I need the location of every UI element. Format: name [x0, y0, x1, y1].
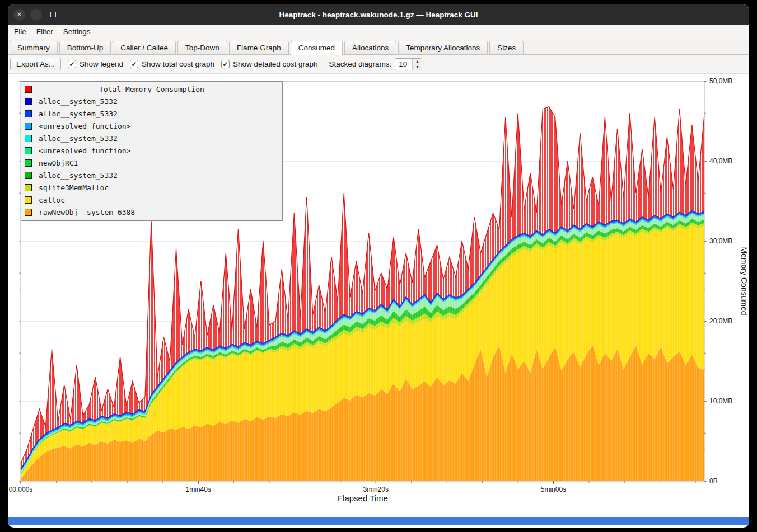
legend-title: Total Memory Consumption — [99, 85, 204, 93]
svg-text:40,0MB: 40,0MB — [709, 157, 732, 165]
legend-label: calloc — [39, 196, 65, 204]
legend-label: <unresolved function> — [39, 147, 130, 155]
app-window: ✕– Heaptrack - heaptrack.wakunode.1.gz —… — [8, 4, 749, 528]
minimize-icon: – — [34, 11, 38, 18]
toolbar-checkboxes: ✓Show legend✓Show total cost graph✓Show … — [68, 60, 318, 68]
legend-swatch — [25, 184, 32, 191]
svg-text:00.000s: 00.000s — [9, 486, 33, 492]
svg-text:Memory Consumed: Memory Consumed — [740, 247, 749, 315]
menu-item-settings[interactable]: Settings — [58, 25, 96, 39]
legend-item: newObjRC1 — [21, 157, 282, 169]
close-button[interactable]: ✕ — [13, 9, 25, 21]
legend-label: alloc__system_5332 — [39, 97, 118, 106]
maximize-icon — [50, 12, 56, 17]
legend-item: alloc__system_5332 — [21, 107, 282, 120]
tab-summary[interactable]: Summary — [10, 41, 58, 54]
checkbox-show-legend[interactable]: ✓Show legend — [68, 60, 123, 68]
checkbox-icon[interactable]: ✓ — [68, 60, 76, 68]
toolbar: Export As... ✓Show legend✓Show total cos… — [8, 55, 749, 74]
tab-consumed[interactable]: Consumed — [291, 41, 343, 55]
close-icon: ✕ — [16, 11, 22, 18]
legend-swatch — [25, 135, 32, 142]
checkbox-show-detailed-cost-graph[interactable]: ✓Show detailed cost graph — [221, 60, 318, 68]
legend-label: alloc__system_5332 — [39, 110, 118, 118]
legend-label: alloc__system_5332 — [39, 171, 118, 180]
legend-swatch — [25, 98, 32, 105]
checkbox-icon[interactable]: ✓ — [221, 60, 230, 68]
maximize-button[interactable] — [47, 9, 59, 21]
legend-item: alloc__system_5332 — [21, 169, 282, 181]
legend-label: newObjRC1 — [39, 159, 78, 167]
spin-down-button[interactable]: ▼ — [413, 64, 422, 70]
legend-swatch — [25, 123, 32, 130]
legend-label: sqlite3MemMalloc — [39, 183, 109, 192]
tab-allocations[interactable]: Allocations — [344, 41, 396, 54]
tab-temporary-allocations[interactable]: Temporary Allocations — [398, 41, 488, 54]
arrow-down-icon: ▼ — [415, 65, 419, 69]
legend-title-row: Total Memory Consumption — [21, 83, 282, 95]
arrow-up-icon: ▲ — [415, 59, 419, 63]
checkbox-show-total-cost-graph[interactable]: ✓Show total cost graph — [130, 60, 214, 68]
svg-text:10,0MB: 10,0MB — [709, 397, 732, 405]
titlebar: ✕– Heaptrack - heaptrack.wakunode.1.gz —… — [8, 4, 749, 25]
menu-item-filter[interactable]: Filter — [31, 25, 58, 39]
chart-legend: Total Memory Consumptionalloc__system_53… — [21, 81, 283, 221]
tab-bar: SummaryBottom-UpCaller / CalleeTop-DownF… — [8, 39, 749, 55]
export-as-button[interactable]: Export As... — [10, 58, 61, 70]
elapsed-time-label: Elapsed Time — [21, 492, 704, 503]
tab-caller-callee[interactable]: Caller / Callee — [113, 41, 176, 54]
legend-item: rawNewObj__system_6388 — [21, 206, 282, 218]
legend-item: <unresolved function> — [21, 144, 282, 157]
legend-swatch — [25, 172, 32, 179]
legend-item: <unresolved function> — [21, 120, 282, 132]
svg-text:30,0MB: 30,0MB — [709, 237, 732, 245]
svg-text:5min00s: 5min00s — [541, 486, 566, 492]
minimize-button[interactable]: – — [30, 9, 42, 21]
checkbox-icon[interactable]: ✓ — [130, 60, 138, 68]
checkbox-label: Show legend — [80, 60, 123, 68]
legend-label: alloc__system_5332 — [39, 134, 118, 143]
checkbox-label: Show detailed cost graph — [233, 60, 318, 68]
legend-total-swatch — [25, 86, 32, 93]
chart-area: 0B10,0MB20,0MB30,0MB40,0MB50,0MB00.000s1… — [8, 74, 749, 492]
svg-text:0B: 0B — [709, 477, 718, 485]
tab-bottom-up[interactable]: Bottom-Up — [59, 41, 111, 54]
legend-item: calloc — [21, 194, 282, 206]
legend-label: <unresolved function> — [39, 122, 130, 130]
spin-up-button[interactable]: ▲ — [413, 59, 422, 65]
legend-swatch — [25, 159, 32, 167]
window-controls: ✕– — [13, 4, 59, 25]
stacked-diagrams-spinbox[interactable]: 10 ▲ ▼ — [395, 58, 422, 70]
svg-text:50,0MB: 50,0MB — [709, 77, 732, 85]
menu-item-file[interactable]: File — [9, 25, 31, 39]
legend-label: rawNewObj__system_6388 — [39, 208, 135, 216]
menubar: FileFilterSettings — [8, 25, 749, 39]
spinbox-value[interactable]: 10 — [395, 59, 412, 70]
spinbox-buttons: ▲ ▼ — [412, 59, 422, 70]
legend-swatch — [25, 209, 32, 216]
legend-item: alloc__system_5332 — [21, 95, 282, 107]
stacked-diagrams-label: Stacked diagrams: — [329, 60, 392, 68]
svg-text:1min40s: 1min40s — [185, 486, 211, 492]
tab-top-down[interactable]: Top-Down — [177, 41, 227, 54]
tab-sizes[interactable]: Sizes — [489, 41, 524, 54]
stacked-diagrams-group: Stacked diagrams: 10 ▲ ▼ — [329, 58, 423, 70]
svg-text:3min20s: 3min20s — [363, 486, 389, 492]
zoom-slider[interactable] — [8, 517, 749, 525]
legend-swatch — [25, 147, 32, 154]
legend-item: sqlite3MemMalloc — [21, 181, 282, 194]
legend-item: alloc__system_5332 — [21, 132, 282, 144]
checkbox-label: Show total cost graph — [142, 60, 214, 68]
legend-swatch — [25, 196, 32, 204]
tab-flame-graph[interactable]: Flame Graph — [229, 41, 289, 54]
svg-text:20,0MB: 20,0MB — [709, 317, 732, 325]
legend-swatch — [25, 110, 32, 117]
window-title: Heaptrack - heaptrack.wakunode.1.gz — He… — [8, 11, 749, 19]
